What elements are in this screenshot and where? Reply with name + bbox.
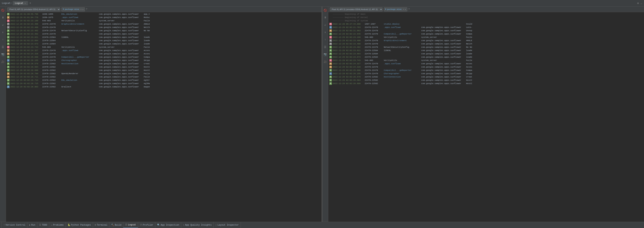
record-icon-r[interactable]: 🎥	[323, 59, 328, 64]
pause-icon[interactable]: ⏸	[1, 15, 5, 20]
table-row[interactable]: --------- beginning of main	[328, 12, 644, 16]
filter-icon-r: ▼	[385, 8, 386, 11]
table-row[interactable]: W 2022-12-29 02:02:26.709 22470-22582 Op…	[6, 72, 322, 75]
table-row[interactable]: E 2022-12-29 02:02:23.199 546-603 Verity…	[6, 19, 322, 22]
table-row[interactable]: D 2022-12-29 02:02:26.579 22470-22582 Ho…	[328, 75, 644, 79]
table-row[interactable]: D 2022-12-29 02:02:26.713 22470-22582 EG…	[6, 79, 322, 82]
help-button[interactable]: ?	[86, 8, 87, 11]
table-row[interactable]: E 2022-12-28 09:27:44.890 1507-1507 stud…	[328, 22, 644, 26]
table-row[interactable]: I 2022-12-29 02:02:26.155 22470-22470 Ch…	[328, 72, 644, 75]
table-row[interactable]: D 2022-12-29 02:02:23.673 22470-22584 co…	[6, 42, 322, 45]
table-row[interactable]: V 2022-12-29 02:02:23.400 22470-22470 Gr…	[6, 22, 322, 26]
log-package: com.google.samples.apps.sunflower	[99, 79, 143, 81]
record-icon[interactable]: 🎥	[1, 59, 5, 64]
filter-text-r[interactable]: package:mine	[387, 8, 402, 10]
table-row[interactable]: I 2022-12-29 02:02:26.155 22470-22470 Ch…	[6, 59, 322, 62]
wrap-icon[interactable]: ↩	[1, 23, 5, 27]
left-panel: 🚫 ⏸ ↩ ⬇ ↑ ☰ 📷 🎥 Pixel XL API 31 (emulato…	[0, 6, 322, 222]
table-row[interactable]: --------- beginning of kernel	[328, 16, 644, 19]
bottom-item-python-packages[interactable]: 🐍Python Packages	[66, 222, 93, 228]
bottom-item-logcat[interactable]: ☰Logcat	[123, 222, 138, 228]
table-row[interactable]: D 2022-12-29 02:02:26.584 22470-22582 co…	[328, 79, 644, 82]
help-button-r[interactable]: ?	[408, 8, 410, 11]
clear-icon[interactable]: 🚫	[1, 8, 5, 12]
scroll-end-icon-r[interactable]: ⬇	[323, 30, 328, 34]
clear-icon-r[interactable]: 🚫	[323, 8, 328, 12]
bottom-item-profiler[interactable]: ⏱Profiler	[138, 222, 156, 228]
settings-icon[interactable]: ⚙	[637, 2, 639, 5]
add-tab-button[interactable]: +	[30, 2, 31, 5]
log-level-badge: D	[329, 69, 332, 72]
filter-clear-button-r[interactable]: ✕	[403, 8, 404, 10]
log-message: ANGLE	[144, 23, 150, 25]
scroll-up-icon-r[interactable]: ↑	[323, 37, 328, 42]
filter-star-button-r[interactable]: ★	[405, 8, 406, 10]
scroll-up-icon[interactable]: ↑	[1, 37, 5, 42]
bottom-item-todo[interactable]: ☰TODO	[37, 222, 49, 228]
table-row[interactable]: D 2022-12-29 02:02:23.402 22470-22470 Ne…	[6, 29, 322, 32]
table-row[interactable]: D 2022-12-29 02:02:26.579 22470-22582 Ho…	[6, 62, 322, 65]
filter-icon-side-r[interactable]: ☰	[323, 45, 328, 49]
log-pid: 22470-22582	[42, 72, 61, 75]
filter-clear-button[interactable]: ✕	[80, 8, 82, 10]
log-timestamp: 2022-12-29 02:02:21.963	[333, 29, 364, 32]
table-row[interactable]: W 2022-12-29 01:01:04.770 1639-1675 .app…	[6, 16, 322, 19]
table-row[interactable]: D 2022-12-29 02:02:26.699 22470-22582 co…	[328, 82, 644, 85]
table-row[interactable]: W 2022-12-29 02:02:24.327 22470-22470 .a…	[328, 62, 644, 65]
table-row[interactable]: D 2022-12-29 01:00:55.790 1639-1855 EGL_…	[6, 12, 322, 16]
log-message: eglMa	[144, 82, 150, 85]
table-row[interactable]: W 2022-12-29 02:02:24.328 22470-22470 co…	[6, 52, 322, 55]
bottom-item-build[interactable]: 🔨Build	[109, 222, 123, 228]
scroll-end-icon[interactable]: ⬇	[1, 30, 5, 34]
table-row[interactable]: W 2022-12-29 02:02:26.711 22470-22582 co…	[6, 75, 322, 79]
table-row[interactable]: D 2022-12-29 02:02:26.699 22470-22582 co…	[6, 69, 322, 72]
bottom-item-layout-inspector[interactable]: ⬚Layout Inspector	[214, 222, 240, 228]
bottom-item-run[interactable]: ▶Run	[28, 222, 37, 228]
more-icon[interactable]: …	[641, 2, 642, 5]
table-row[interactable]: V 2022-12-29 02:02:23.400 22470-22470 Gr…	[328, 39, 644, 42]
table-row[interactable]: D 2022-12-29 02:02:23.664 22470-22584 co…	[6, 39, 322, 42]
screenshot-icon[interactable]: 📷	[1, 52, 5, 56]
table-row[interactable]: W 2022-12-29 02:02:24.328 22470-22470 co…	[328, 65, 644, 69]
bottom-item-app-inspection[interactable]: 🔍App Inspection	[155, 222, 181, 228]
table-row[interactable]: D 2022-12-29 02:02:23.402 22470-22470 Ne…	[328, 45, 644, 49]
table-row[interactable]: E 2022-12-29 02:02:23.199 546-603 Verity…	[328, 36, 644, 39]
bottom-item-problems[interactable]: ⚠Problems	[49, 222, 66, 228]
left-device-select[interactable]: Pixel XL API 31 (emulator-5554) Android …	[7, 7, 60, 11]
table-row[interactable]: E 2022-12-29 02:02:23.743 546-603 Verity…	[328, 59, 644, 62]
table-row[interactable]: D 2022-12-29 02:02:23.402 22470-22470 co…	[6, 32, 322, 36]
bottom-item-version-control[interactable]: ⑂Version Control	[2, 222, 28, 228]
table-row[interactable]: D 2022-12-29 02:02:23.664 22470-22584 co…	[328, 52, 644, 55]
table-row[interactable]: D 2022-12-29 02:02:25.690 22470-22470 Co…	[328, 69, 644, 72]
filter-star-button[interactable]: ★	[82, 8, 84, 10]
table-row[interactable]: D 2022-12-29 02:02:22.545 22470-22470 Co…	[328, 32, 644, 36]
table-row[interactable]: E 2022-12-29 02:02:23.743 546-603 Verity…	[6, 45, 322, 49]
table-row[interactable]: V 2022-12-29 02:02:23.400 22470-22470 co…	[6, 26, 322, 29]
logcat-tab[interactable]: Logcat ✕	[13, 1, 28, 5]
pause-icon-r[interactable]: ⏸	[323, 15, 328, 20]
log-package: com.google.samples.apps.sunflower	[99, 86, 143, 88]
log-timestamp: 2022-12-29 02:02:26.155	[333, 72, 364, 75]
table-row[interactable]: I 2022-12-29 02:02:21.763 22470-22470 .a…	[328, 26, 644, 29]
table-row[interactable]: W 2022-12-29 02:02:24.327 22470-22470 .a…	[6, 49, 322, 52]
table-row[interactable]: D 2022-12-29 02:02:25.690 22470-22470 Co…	[6, 55, 322, 59]
table-row[interactable]: --------- beginning of system	[328, 19, 644, 22]
bottom-item-terminal[interactable]: ⊞Terminal	[93, 222, 110, 228]
filter-text[interactable]: package:mine	[65, 8, 79, 10]
table-row[interactable]: D 2022-12-29 02:02:23.673 22470-22584 co…	[328, 55, 644, 59]
close-icon[interactable]: ✕	[24, 2, 26, 4]
log-level-badge: D	[7, 66, 10, 68]
table-row[interactable]: D 2022-12-29 02:02:23.621 22470-22584 li…	[328, 49, 644, 52]
wrap-icon-r[interactable]: ↩	[323, 23, 328, 27]
table-row[interactable]: W 2022-12-29 02:02:21.963 22470-22470 co…	[328, 29, 644, 32]
screenshot-icon-r[interactable]: 📷	[323, 52, 328, 56]
table-row[interactable]: V 2022-12-29 02:02:23.400 22470-22470 co…	[328, 42, 644, 45]
table-row[interactable]: D 2022-12-29 02:02:26.584 22470-22582 co…	[6, 65, 322, 69]
table-row[interactable]: D 2022-12-29 02:02:26.715 22470-22582 co…	[6, 82, 322, 85]
table-row[interactable]: D 2022-12-29 02:02:23.621 22470-22584 li…	[6, 36, 322, 39]
filter-icon-side[interactable]: ☰	[1, 45, 5, 49]
bottom-item-app-quality-insights[interactable]: ✦App Quality Insights	[181, 222, 214, 228]
right-device-select[interactable]: Pixel XL API 31 (emulator-5554) Android …	[330, 7, 383, 11]
log-package: com.google.samples.apps.sunflower	[99, 76, 143, 78]
table-row[interactable]: I 2022-12-29 02:02:26.803 22470-22582 Gr…	[6, 85, 322, 88]
